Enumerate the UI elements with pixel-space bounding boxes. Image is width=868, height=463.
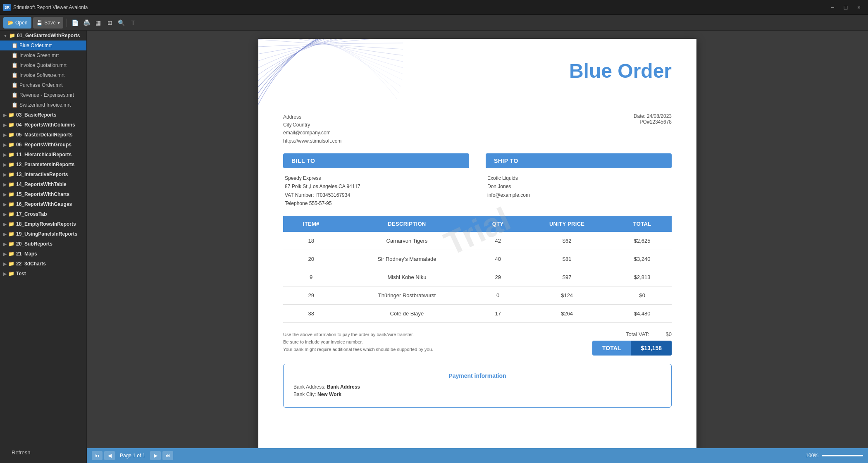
next-page-button[interactable]: ▶ — [150, 451, 161, 460]
cell-total: $2,813 — [613, 268, 672, 286]
address-meta-row: Address City,Country email@company.com h… — [283, 113, 672, 145]
bank-address-value: Bank Address — [327, 384, 360, 390]
zoom-slider[interactable] — [822, 455, 863, 456]
sidebar-item-invoice-green[interactable]: 📋 Invoice Green.mrt — [0, 50, 86, 60]
sidebar-folder-label: 05_MasterDetailReports — [16, 132, 73, 138]
file-icon: 📋 — [12, 62, 18, 68]
search-button[interactable]: 🔍 — [117, 18, 126, 28]
sidebar-file-label: Blue Order.mrt — [19, 43, 52, 48]
report-document: Blue Order Address City,Country email@co… — [258, 39, 696, 448]
minimize-button[interactable]: − — [827, 3, 838, 12]
zoom-fill — [822, 455, 863, 456]
title-bar-controls: − □ × — [827, 3, 865, 12]
payment-info-box: Payment information Bank Address: Bank A… — [283, 364, 672, 408]
chevron-right-icon: ▶ — [3, 252, 7, 256]
first-page-button[interactable]: ⏮ — [92, 451, 103, 460]
view-button[interactable]: ⊞ — [105, 18, 115, 28]
ship-to-header: SHIP TO — [486, 153, 672, 168]
sidebar-folder-test[interactable]: ▶ 📁 Test — [0, 269, 86, 279]
sidebar-folder-11[interactable]: ▶ 📁 11_HierarchicalReports — [0, 150, 86, 160]
col-qty: QTY — [475, 216, 521, 232]
prev-page-button[interactable]: ◀ — [104, 451, 115, 460]
ship-to-section: SHIP TO Exotic Liquids Don Jones info@ex… — [486, 153, 672, 208]
viewer-scroll[interactable]: Blue Order Address City,Country email@co… — [87, 31, 868, 448]
file-icon: 📋 — [12, 82, 18, 88]
sidebar-file-label: Revenue - Expenses.mrt — [19, 92, 74, 98]
sidebar-file-label: Switzerland Invoice.mrt — [19, 102, 71, 108]
refresh-button[interactable]: Refresh — [8, 448, 34, 457]
ship-email: info@example.com — [487, 191, 672, 199]
address-line1: Address — [283, 113, 341, 121]
sidebar-folder-21[interactable]: ▶ 📁 21_Maps — [0, 249, 86, 259]
zoom-info: 100% — [806, 453, 863, 458]
sidebar-folder-16[interactable]: ▶ 📁 16_ReportsWithGauges — [0, 199, 86, 209]
cell-price: $97 — [521, 268, 613, 286]
page-info: Page 1 of 1 — [120, 453, 145, 458]
save-icon: 💾 — [36, 20, 43, 26]
cell-item: 20 — [283, 250, 339, 268]
sidebar-folder-15[interactable]: ▶ 📁 15_ReportsWithCharts — [0, 189, 86, 199]
sidebar-file-label: Purchase Order.mrt — [19, 82, 63, 88]
sidebar-folder-label: 19_UsingPanelsInReports — [16, 231, 77, 237]
chevron-down-icon: ▼ — [3, 33, 7, 38]
extra-button[interactable]: T — [128, 18, 138, 28]
bill-telephone: Telephone 555-57-95 — [285, 199, 469, 208]
sidebar-folder-14[interactable]: ▶ 📁 14_ReportsWithTable — [0, 179, 86, 189]
vat-value: $0 — [666, 331, 672, 337]
cell-description: Côte de Blaye — [339, 305, 475, 323]
sidebar-folder-12[interactable]: ▶ 📁 12_ParametersInReports — [0, 160, 86, 169]
open-button[interactable]: 📂 Open — [3, 17, 31, 29]
report-body: Address City,Country email@company.com h… — [258, 113, 696, 424]
sidebar-item-switzerland-invoice[interactable]: 📋 Switzerland Invoice.mrt — [0, 100, 86, 110]
sidebar-file-label: Invoice Green.mrt — [19, 53, 59, 58]
app-icon: SR — [3, 4, 11, 11]
sidebar-folder-04[interactable]: ▶ 📁 04_ReportsWithColumns — [0, 120, 86, 130]
cell-price: $124 — [521, 286, 613, 305]
cell-total: $3,240 — [613, 250, 672, 268]
sidebar-folder-01[interactable]: ▼ 📁 01_GetStartedWithReports — [0, 31, 86, 41]
folder-icon: 📁 — [8, 231, 14, 237]
sidebar-folder-19[interactable]: ▶ 📁 19_UsingPanelsInReports — [0, 229, 86, 239]
bill-ship-row: BILL TO Speedy Express 87 Polk St.,Los A… — [283, 153, 672, 208]
sidebar-item-revenue-expenses[interactable]: 📋 Revenue - Expenses.mrt — [0, 90, 86, 100]
sidebar-folder-label: 12_ParametersInReports — [16, 162, 74, 167]
viewer-area: Blue Order Address City,Country email@co… — [87, 31, 868, 463]
sidebar-folder-22[interactable]: ▶ 📁 22_3dCharts — [0, 259, 86, 269]
cell-description: Carnarvon Tigers — [339, 232, 475, 250]
sidebar-folder-20[interactable]: ▶ 📁 20_SubReports — [0, 239, 86, 249]
save-button[interactable]: 💾 Save ▾ — [33, 17, 63, 29]
sidebar-folder-label: 11_HierarchicalReports — [16, 152, 72, 158]
new-doc-button[interactable]: 📄 — [70, 18, 80, 28]
sidebar-folder-06[interactable]: ▶ 📁 06_ReportsWithGroups — [0, 140, 86, 150]
sidebar-item-blue-order[interactable]: 📋 Blue Order.mrt — [0, 41, 86, 50]
folder-icon: 📁 — [8, 142, 14, 148]
chevron-right-icon: ▶ — [3, 172, 7, 177]
chevron-right-icon: ▶ — [3, 222, 7, 227]
chevron-right-icon: ▶ — [3, 182, 7, 187]
grid-button[interactable]: ▦ — [93, 18, 103, 28]
report-header: Blue Order — [258, 39, 696, 113]
folder-icon: 📂 — [7, 20, 14, 26]
sidebar-folder-17[interactable]: ▶ 📁 17_CrossTab — [0, 209, 86, 219]
sidebar-folder-03[interactable]: ▶ 📁 03_BasicReports — [0, 110, 86, 120]
sidebar-folder-label: 16_ReportsWithGauges — [16, 201, 72, 207]
sidebar-folder-13[interactable]: ▶ 📁 13_InteractiveReports — [0, 169, 86, 179]
sidebar-folder-label: 22_3dCharts — [16, 261, 46, 267]
cell-description: Sir Rodney's Marmalade — [339, 250, 475, 268]
cell-item: 38 — [283, 305, 339, 323]
print-button[interactable]: 🖨️ — [82, 18, 92, 28]
chevron-right-icon: ▶ — [3, 272, 7, 276]
chevron-right-icon: ▶ — [3, 153, 7, 157]
sidebar-item-invoice-quotation[interactable]: 📋 Invoice Quotation.mrt — [0, 60, 86, 70]
sidebar-item-invoice-software[interactable]: 📋 Invoice Software.mrt — [0, 70, 86, 80]
cell-qty: 17 — [475, 305, 521, 323]
maximize-button[interactable]: □ — [840, 3, 851, 12]
last-page-button[interactable]: ⏭ — [162, 451, 173, 460]
sidebar-folder-05[interactable]: ▶ 📁 05_MasterDetailReports — [0, 130, 86, 140]
sidebar-folder-18[interactable]: ▶ 📁 18_EmptyRowsInReports — [0, 219, 86, 229]
close-button[interactable]: × — [853, 3, 865, 12]
cell-qty: 29 — [475, 268, 521, 286]
cell-price: $264 — [521, 305, 613, 323]
sidebar-item-purchase-order[interactable]: 📋 Purchase Order.mrt — [0, 80, 86, 90]
doc-meta: Date: 24/08/2023 PO#12345678 — [634, 113, 672, 125]
